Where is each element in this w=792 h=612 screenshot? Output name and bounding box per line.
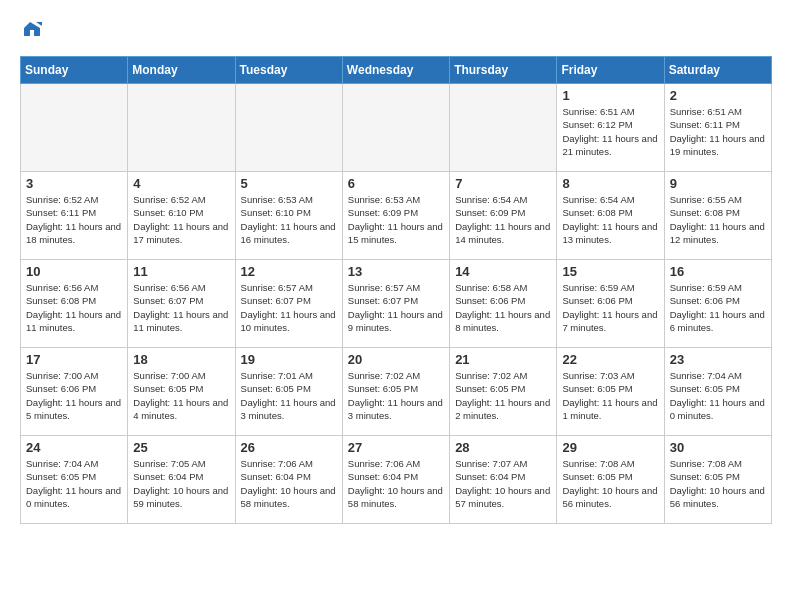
day-number: 3 xyxy=(26,176,122,191)
calendar-cell: 15Sunrise: 6:59 AMSunset: 6:06 PMDayligh… xyxy=(557,260,664,348)
cell-info: Sunrise: 6:58 AMSunset: 6:06 PMDaylight:… xyxy=(455,281,551,334)
calendar-cell: 14Sunrise: 6:58 AMSunset: 6:06 PMDayligh… xyxy=(450,260,557,348)
calendar-cell: 28Sunrise: 7:07 AMSunset: 6:04 PMDayligh… xyxy=(450,436,557,524)
calendar-cell: 26Sunrise: 7:06 AMSunset: 6:04 PMDayligh… xyxy=(235,436,342,524)
calendar-cell: 3Sunrise: 6:52 AMSunset: 6:11 PMDaylight… xyxy=(21,172,128,260)
calendar-cell: 13Sunrise: 6:57 AMSunset: 6:07 PMDayligh… xyxy=(342,260,449,348)
cell-info: Sunrise: 6:54 AMSunset: 6:09 PMDaylight:… xyxy=(455,193,551,246)
calendar-cell xyxy=(128,84,235,172)
calendar-cell xyxy=(21,84,128,172)
calendar-cell: 29Sunrise: 7:08 AMSunset: 6:05 PMDayligh… xyxy=(557,436,664,524)
day-number: 26 xyxy=(241,440,337,455)
day-number: 28 xyxy=(455,440,551,455)
calendar-cell xyxy=(450,84,557,172)
cell-info: Sunrise: 7:03 AMSunset: 6:05 PMDaylight:… xyxy=(562,369,658,422)
cell-info: Sunrise: 6:52 AMSunset: 6:11 PMDaylight:… xyxy=(26,193,122,246)
cell-info: Sunrise: 6:51 AMSunset: 6:11 PMDaylight:… xyxy=(670,105,766,158)
day-number: 16 xyxy=(670,264,766,279)
calendar-cell: 12Sunrise: 6:57 AMSunset: 6:07 PMDayligh… xyxy=(235,260,342,348)
col-header-tuesday: Tuesday xyxy=(235,57,342,84)
day-number: 2 xyxy=(670,88,766,103)
cell-info: Sunrise: 7:02 AMSunset: 6:05 PMDaylight:… xyxy=(348,369,444,422)
calendar-week-1: 1Sunrise: 6:51 AMSunset: 6:12 PMDaylight… xyxy=(21,84,772,172)
cell-info: Sunrise: 7:00 AMSunset: 6:06 PMDaylight:… xyxy=(26,369,122,422)
calendar-cell: 1Sunrise: 6:51 AMSunset: 6:12 PMDaylight… xyxy=(557,84,664,172)
cell-info: Sunrise: 7:08 AMSunset: 6:05 PMDaylight:… xyxy=(670,457,766,510)
calendar-cell: 17Sunrise: 7:00 AMSunset: 6:06 PMDayligh… xyxy=(21,348,128,436)
day-number: 14 xyxy=(455,264,551,279)
calendar-cell: 6Sunrise: 6:53 AMSunset: 6:09 PMDaylight… xyxy=(342,172,449,260)
calendar-week-2: 3Sunrise: 6:52 AMSunset: 6:11 PMDaylight… xyxy=(21,172,772,260)
day-number: 4 xyxy=(133,176,229,191)
day-number: 5 xyxy=(241,176,337,191)
col-header-friday: Friday xyxy=(557,57,664,84)
logo xyxy=(20,20,42,40)
day-number: 30 xyxy=(670,440,766,455)
day-number: 8 xyxy=(562,176,658,191)
cell-info: Sunrise: 7:06 AMSunset: 6:04 PMDaylight:… xyxy=(348,457,444,510)
cell-info: Sunrise: 6:57 AMSunset: 6:07 PMDaylight:… xyxy=(241,281,337,334)
col-header-saturday: Saturday xyxy=(664,57,771,84)
calendar-cell: 18Sunrise: 7:00 AMSunset: 6:05 PMDayligh… xyxy=(128,348,235,436)
day-number: 10 xyxy=(26,264,122,279)
col-header-monday: Monday xyxy=(128,57,235,84)
cell-info: Sunrise: 7:04 AMSunset: 6:05 PMDaylight:… xyxy=(26,457,122,510)
calendar-cell: 11Sunrise: 6:56 AMSunset: 6:07 PMDayligh… xyxy=(128,260,235,348)
col-header-sunday: Sunday xyxy=(21,57,128,84)
cell-info: Sunrise: 6:51 AMSunset: 6:12 PMDaylight:… xyxy=(562,105,658,158)
calendar-cell: 10Sunrise: 6:56 AMSunset: 6:08 PMDayligh… xyxy=(21,260,128,348)
calendar-cell: 5Sunrise: 6:53 AMSunset: 6:10 PMDaylight… xyxy=(235,172,342,260)
svg-marker-1 xyxy=(36,22,42,26)
cell-info: Sunrise: 7:04 AMSunset: 6:05 PMDaylight:… xyxy=(670,369,766,422)
cell-info: Sunrise: 6:54 AMSunset: 6:08 PMDaylight:… xyxy=(562,193,658,246)
calendar-cell: 30Sunrise: 7:08 AMSunset: 6:05 PMDayligh… xyxy=(664,436,771,524)
cell-info: Sunrise: 6:53 AMSunset: 6:10 PMDaylight:… xyxy=(241,193,337,246)
page-header xyxy=(20,20,772,40)
day-number: 18 xyxy=(133,352,229,367)
cell-info: Sunrise: 6:55 AMSunset: 6:08 PMDaylight:… xyxy=(670,193,766,246)
calendar-cell: 16Sunrise: 6:59 AMSunset: 6:06 PMDayligh… xyxy=(664,260,771,348)
cell-info: Sunrise: 6:56 AMSunset: 6:07 PMDaylight:… xyxy=(133,281,229,334)
cell-info: Sunrise: 7:06 AMSunset: 6:04 PMDaylight:… xyxy=(241,457,337,510)
day-number: 12 xyxy=(241,264,337,279)
calendar-week-4: 17Sunrise: 7:00 AMSunset: 6:06 PMDayligh… xyxy=(21,348,772,436)
day-number: 15 xyxy=(562,264,658,279)
day-number: 27 xyxy=(348,440,444,455)
day-number: 22 xyxy=(562,352,658,367)
day-number: 25 xyxy=(133,440,229,455)
day-number: 6 xyxy=(348,176,444,191)
day-number: 17 xyxy=(26,352,122,367)
cell-info: Sunrise: 6:59 AMSunset: 6:06 PMDaylight:… xyxy=(562,281,658,334)
cell-info: Sunrise: 7:00 AMSunset: 6:05 PMDaylight:… xyxy=(133,369,229,422)
calendar-cell: 9Sunrise: 6:55 AMSunset: 6:08 PMDaylight… xyxy=(664,172,771,260)
cell-info: Sunrise: 7:05 AMSunset: 6:04 PMDaylight:… xyxy=(133,457,229,510)
logo-icon xyxy=(22,20,42,40)
calendar-week-5: 24Sunrise: 7:04 AMSunset: 6:05 PMDayligh… xyxy=(21,436,772,524)
calendar-cell: 21Sunrise: 7:02 AMSunset: 6:05 PMDayligh… xyxy=(450,348,557,436)
svg-marker-0 xyxy=(24,22,40,36)
day-number: 11 xyxy=(133,264,229,279)
calendar-cell: 25Sunrise: 7:05 AMSunset: 6:04 PMDayligh… xyxy=(128,436,235,524)
cell-info: Sunrise: 6:59 AMSunset: 6:06 PMDaylight:… xyxy=(670,281,766,334)
cell-info: Sunrise: 7:07 AMSunset: 6:04 PMDaylight:… xyxy=(455,457,551,510)
day-number: 7 xyxy=(455,176,551,191)
cell-info: Sunrise: 6:52 AMSunset: 6:10 PMDaylight:… xyxy=(133,193,229,246)
calendar-cell: 23Sunrise: 7:04 AMSunset: 6:05 PMDayligh… xyxy=(664,348,771,436)
cell-info: Sunrise: 7:08 AMSunset: 6:05 PMDaylight:… xyxy=(562,457,658,510)
day-number: 13 xyxy=(348,264,444,279)
calendar-cell: 8Sunrise: 6:54 AMSunset: 6:08 PMDaylight… xyxy=(557,172,664,260)
calendar-cell: 20Sunrise: 7:02 AMSunset: 6:05 PMDayligh… xyxy=(342,348,449,436)
calendar-cell: 2Sunrise: 6:51 AMSunset: 6:11 PMDaylight… xyxy=(664,84,771,172)
cell-info: Sunrise: 6:56 AMSunset: 6:08 PMDaylight:… xyxy=(26,281,122,334)
day-number: 29 xyxy=(562,440,658,455)
day-number: 24 xyxy=(26,440,122,455)
calendar-cell xyxy=(235,84,342,172)
day-number: 19 xyxy=(241,352,337,367)
col-header-wednesday: Wednesday xyxy=(342,57,449,84)
calendar-header-row: SundayMondayTuesdayWednesdayThursdayFrid… xyxy=(21,57,772,84)
calendar-table: SundayMondayTuesdayWednesdayThursdayFrid… xyxy=(20,56,772,524)
calendar-cell: 4Sunrise: 6:52 AMSunset: 6:10 PMDaylight… xyxy=(128,172,235,260)
calendar-cell: 24Sunrise: 7:04 AMSunset: 6:05 PMDayligh… xyxy=(21,436,128,524)
cell-info: Sunrise: 6:53 AMSunset: 6:09 PMDaylight:… xyxy=(348,193,444,246)
cell-info: Sunrise: 7:01 AMSunset: 6:05 PMDaylight:… xyxy=(241,369,337,422)
